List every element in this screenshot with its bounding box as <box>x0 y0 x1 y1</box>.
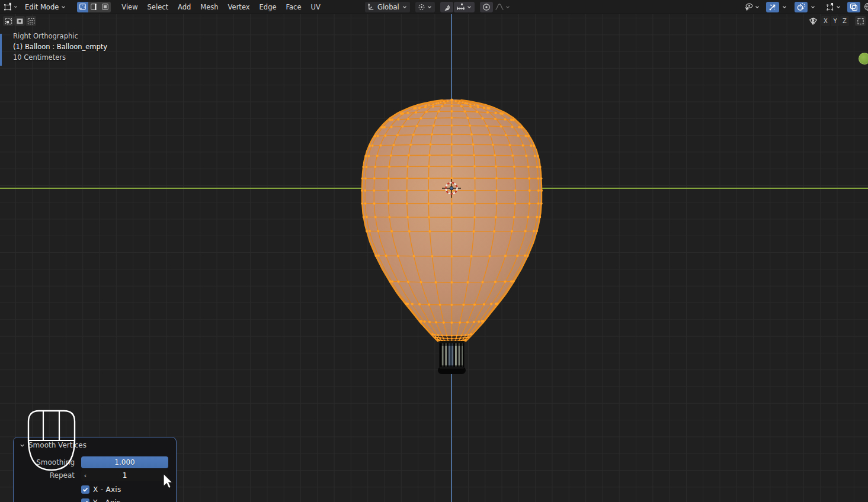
navigation-gizmo-y-axis[interactable] <box>859 53 868 65</box>
orientation-axes-icon <box>367 2 376 11</box>
viewport-info-overlay: Right Orthographic (1) Balloon : Balloon… <box>13 31 107 63</box>
xray-icon <box>849 2 859 12</box>
mirror-axis-cluster: XYZ <box>808 16 866 26</box>
face-select-mode-button[interactable] <box>100 2 111 12</box>
checkbox-row: Y - Axis <box>14 497 177 502</box>
menu-select[interactable]: Select <box>143 0 173 14</box>
editor-type-button[interactable] <box>1 2 21 12</box>
stepper-decrease-icon[interactable]: ‹ <box>81 472 89 480</box>
checkbox[interactable] <box>81 498 89 502</box>
visibility-eye-icon <box>744 2 754 12</box>
orientation-label: Global <box>376 3 401 11</box>
panel-header[interactable]: Smooth Vertices <box>14 437 176 449</box>
chevron-down-icon <box>504 4 511 10</box>
repeat-value: 1 <box>89 471 160 480</box>
repeat-stepper[interactable]: ‹ 1 › <box>81 469 168 481</box>
scale-label: 10 Centimeters <box>13 52 107 63</box>
chevron-down-icon <box>754 4 761 10</box>
menu-mesh[interactable]: Mesh <box>196 0 223 14</box>
checkbox-label: Y - Axis <box>89 498 121 502</box>
smoothing-label: Smoothing <box>14 458 81 466</box>
operator-redo-panel: Smooth Vertices Smoothing 1.000 Repeat ‹… <box>13 437 177 502</box>
checkbox-row: X - Axis <box>14 484 177 495</box>
tool-options-button[interactable] <box>855 16 866 26</box>
select-extend-icon <box>15 17 24 25</box>
overlays-icon <box>796 2 806 12</box>
tool-options-icon <box>856 17 865 25</box>
vertex-select-mode-button[interactable] <box>77 2 88 12</box>
chevron-down-icon <box>835 4 842 10</box>
chevron-down-icon <box>60 4 67 10</box>
overlays-dropdown[interactable] <box>808 2 818 12</box>
vertex-select-icon <box>78 2 87 11</box>
collapsed-toolbar-indicator[interactable] <box>0 34 2 66</box>
chevron-down-icon <box>809 4 816 10</box>
transform-orientation-dropdown[interactable]: Global <box>365 2 410 12</box>
checkbox-label: X - Axis <box>89 485 121 494</box>
snap-to-dropdown[interactable] <box>454 2 475 12</box>
chevron-down-icon <box>466 4 473 10</box>
falloff-curve-icon <box>495 2 504 11</box>
gizmo-dropdown[interactable] <box>779 2 790 12</box>
select-subtract-button[interactable] <box>25 16 36 26</box>
z-axis-line-top <box>451 14 452 99</box>
snap-toggle-button[interactable] <box>440 2 453 12</box>
mirror-x-button[interactable]: X <box>821 16 830 26</box>
gizmo-icon <box>768 2 777 12</box>
menu-face[interactable]: Face <box>281 0 306 14</box>
repeat-label: Repeat <box>14 471 81 480</box>
viewport-editor-icon <box>3 2 12 12</box>
falloff-dropdown[interactable] <box>493 2 513 12</box>
select-subtract-icon <box>27 17 36 25</box>
mirror-butterfly-icon <box>808 16 818 26</box>
proportional-editing-icon <box>482 2 491 12</box>
select-mode-group <box>77 2 111 12</box>
menu-bar: ViewSelectAddMeshVertexEdgeFaceUV <box>117 0 325 14</box>
y-axis-line <box>0 188 868 189</box>
chevron-down-icon <box>12 4 19 9</box>
corner-dots-square-icon <box>825 2 835 12</box>
wireframe-shading-icon <box>863 2 868 12</box>
select-extend-button[interactable] <box>14 16 25 26</box>
show-overlays-toggle[interactable] <box>795 2 808 12</box>
smoothing-slider[interactable]: 1.000 <box>81 456 168 468</box>
proportional-editing-toggle[interactable] <box>480 2 493 12</box>
wireframe-shading-button[interactable] <box>861 2 868 12</box>
chevron-down-icon <box>18 442 26 449</box>
face-select-icon <box>101 2 110 11</box>
object-label: (1) Balloon : Balloon_empty <box>13 41 107 52</box>
mirror-z-button[interactable]: Z <box>840 16 849 26</box>
checkbox[interactable] <box>81 485 89 494</box>
menu-add[interactable]: Add <box>173 0 196 14</box>
menu-view[interactable]: View <box>117 0 142 14</box>
blender-window: { "header": { "mode_label": "Edit Mode",… <box>0 0 868 502</box>
3d-viewport[interactable] <box>0 14 868 502</box>
view-label: Right Orthographic <box>13 31 107 41</box>
panel-title: Smooth Vertices <box>28 441 87 449</box>
stepper-increase-icon[interactable]: › <box>160 472 168 480</box>
menu-uv[interactable]: UV <box>306 0 325 14</box>
chevron-down-icon <box>781 4 788 10</box>
menu-edge[interactable]: Edge <box>255 0 281 14</box>
edge-select-mode-button[interactable] <box>88 2 100 12</box>
pivot-point-dropdown[interactable] <box>415 2 435 12</box>
object-type-visibility-dropdown[interactable] <box>742 2 763 12</box>
select-set-button[interactable] <box>3 16 14 26</box>
z-axis-line-bottom <box>451 374 452 502</box>
mode-dropdown[interactable]: Edit Mode <box>21 2 69 12</box>
show-gizmo-toggle[interactable] <box>766 2 779 12</box>
chevron-down-icon <box>426 4 433 10</box>
xray-toggle[interactable] <box>847 2 860 12</box>
select-set-icon <box>4 17 13 25</box>
mirror-y-button[interactable]: Y <box>831 16 840 26</box>
viewport-header: Edit Mode <box>0 0 868 14</box>
pivot-point-icon <box>417 2 426 11</box>
snap-increment-icon <box>456 2 466 11</box>
menu-vertex[interactable]: Vertex <box>223 0 255 14</box>
magnet-icon <box>442 2 451 12</box>
chevron-down-icon <box>401 4 408 10</box>
edge-select-icon <box>89 2 98 11</box>
mode-label: Edit Mode <box>23 3 60 11</box>
smoothing-value: 1.000 <box>114 458 134 466</box>
edit-mode-overlay-options-button[interactable] <box>824 2 844 12</box>
